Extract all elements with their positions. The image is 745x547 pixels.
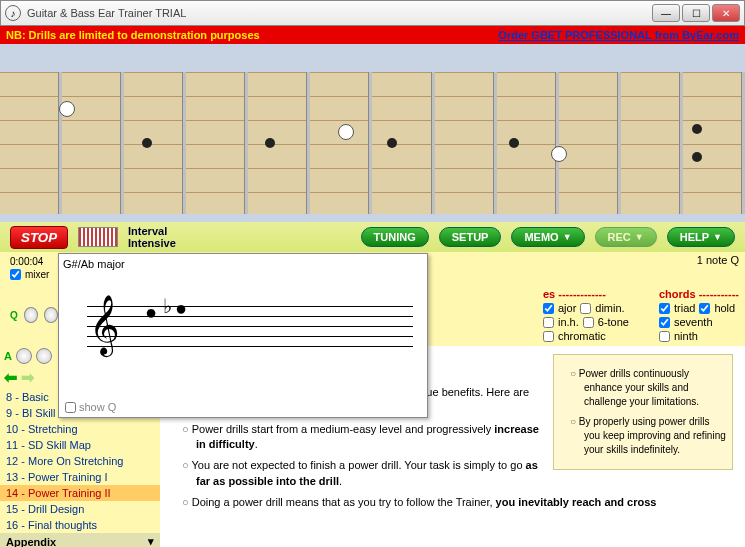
a-knob2[interactable]	[36, 348, 52, 364]
a-knob[interactable]	[16, 348, 32, 364]
trial-notice: NB: Drills are limited to demonstration …	[6, 29, 498, 41]
a-label: A	[4, 350, 12, 362]
scales-group: es ------------- ajor dimin. in.h. 6-ton…	[543, 288, 629, 342]
note-marker[interactable]	[59, 101, 75, 117]
dimin-checkbox[interactable]	[580, 303, 591, 314]
note-icon: ●	[145, 302, 157, 322]
sidebar-item-13[interactable]: 13 - Power Training I	[0, 469, 160, 485]
maximize-button[interactable]: ☐	[682, 4, 710, 22]
fretboard[interactable]	[0, 44, 745, 222]
notice-bar: NB: Drills are limited to demonstration …	[0, 26, 745, 44]
q-knob[interactable]	[24, 307, 38, 323]
back-arrow-icon[interactable]: ⬅	[4, 368, 17, 387]
chromatic-checkbox[interactable]	[543, 331, 554, 342]
close-button[interactable]: ✕	[712, 4, 740, 22]
titlebar: ♪ Guitar & Bass Ear Trainer TRIAL — ☐ ✕	[0, 0, 745, 26]
major-checkbox[interactable]	[543, 303, 554, 314]
waveform-icon[interactable]	[78, 227, 118, 247]
fwd-arrow-icon[interactable]: ➡	[21, 368, 34, 387]
chevron-down-icon: ▼	[713, 232, 722, 242]
window-title: Guitar & Bass Ear Trainer TRIAL	[27, 7, 652, 19]
triad-checkbox[interactable]	[659, 303, 670, 314]
note-marker[interactable]	[338, 124, 354, 140]
appendix-header[interactable]: Appendix ▾	[0, 533, 160, 547]
tuning-button[interactable]: TUNING	[361, 227, 429, 247]
note-icon: ♭	[163, 296, 172, 316]
minh-checkbox[interactable]	[543, 317, 554, 328]
chevron-down-icon: ▼	[635, 232, 644, 242]
sidebar-item-16[interactable]: 16 - Final thoughts	[0, 517, 160, 533]
sidebar-item-15[interactable]: 15 - Drill Design	[0, 501, 160, 517]
note-marker[interactable]	[551, 146, 567, 162]
seventh-checkbox[interactable]	[659, 317, 670, 328]
hold-checkbox[interactable]	[699, 303, 710, 314]
left-controls: 0:00:04 mixer	[6, 254, 62, 282]
stop-button[interactable]: STOP	[10, 226, 68, 249]
chevron-down-icon: ▾	[148, 535, 154, 547]
content-li3: Doing a power drill means that as you tr…	[196, 495, 733, 510]
sidebar-item-14[interactable]: 14 - Power Training II	[0, 485, 160, 501]
sidebar-item-11[interactable]: 11 - SD Skill Map	[0, 437, 160, 453]
show-q-option[interactable]: show Q	[65, 401, 116, 413]
rec-button[interactable]: REC▼	[595, 227, 657, 247]
info-bullet: By properly using power drills you keep …	[584, 415, 726, 457]
scales-header: es -------------	[543, 288, 629, 300]
q-label: Q	[10, 310, 18, 321]
timer: 0:00:04	[10, 256, 58, 267]
mixer-checkbox[interactable]	[10, 269, 21, 280]
ninth-checkbox[interactable]	[659, 331, 670, 342]
show-q-checkbox[interactable]	[65, 402, 76, 413]
notation-popup[interactable]: G#/Ab major 𝄞 ♭ ● ● show Q	[58, 253, 428, 418]
minimize-button[interactable]: —	[652, 4, 680, 22]
note-q-label: 1 note Q	[697, 254, 739, 282]
setup-button[interactable]: SETUP	[439, 227, 502, 247]
toolbar: STOP Interval Intensive TUNING SETUP MEM…	[0, 222, 745, 252]
sidebar-item-12[interactable]: 12 - More On Stretching	[0, 453, 160, 469]
q-knob2[interactable]	[44, 307, 58, 323]
window-buttons: — ☐ ✕	[652, 4, 740, 22]
app-icon: ♪	[5, 5, 21, 21]
sixtone-checkbox[interactable]	[583, 317, 594, 328]
music-staff: 𝄞 ♭ ● ●	[63, 286, 423, 366]
chevron-down-icon: ▼	[563, 232, 572, 242]
help-button[interactable]: HELP▼	[667, 227, 735, 247]
chords-group: chords ----------- triad hold seventh ni…	[659, 288, 739, 342]
mode-intensive: Intensive	[128, 237, 176, 249]
order-link[interactable]: Order GBET PROFESSIONAL from ByEar.com	[498, 29, 739, 41]
key-label: G#/Ab major	[63, 258, 423, 270]
mode-interval: Interval	[128, 225, 176, 237]
treble-clef-icon: 𝄞	[89, 298, 120, 350]
memo-button[interactable]: MEMO▼	[511, 227, 584, 247]
info-bullet: Power drills continuously enhance your s…	[584, 367, 726, 409]
info-box: Power drills continuously enhance your s…	[553, 354, 733, 470]
sidebar-item-10[interactable]: 10 - Stretching	[0, 421, 160, 437]
chords-header: chords -----------	[659, 288, 739, 300]
note-icon: ●	[175, 298, 187, 318]
